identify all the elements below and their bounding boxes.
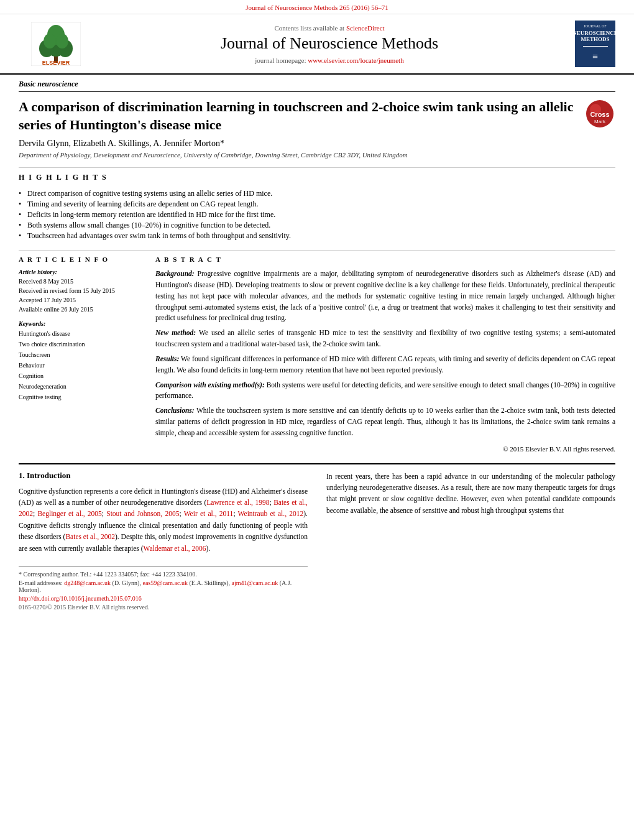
doi-line: http://dx.doi.org/10.1016/j.jneumeth.201… (19, 595, 308, 602)
journal-header: ELSEVIER Contents lists available at Sci… (0, 14, 634, 75)
abstract-heading: A B S T R A C T (155, 256, 615, 265)
intro-right-body: In recent years, there has been a rapid … (326, 471, 615, 517)
journal-citation-bar: Journal of Neuroscience Methods 265 (201… (0, 0, 634, 14)
doi-link[interactable]: http://dx.doi.org/10.1016/j.jneumeth.201… (19, 595, 142, 602)
svg-point-7 (56, 34, 68, 48)
highlight-item: Timing and severity of learning deficits… (19, 199, 615, 210)
journal-center-info: Contents lists available at ScienceDirec… (93, 24, 566, 64)
divider-1 (19, 167, 615, 168)
new-method-label: New method: (155, 329, 196, 336)
ref-waldemar[interactable]: Waldemar et al., 2006 (144, 545, 206, 552)
crossmark-logo[interactable]: Cross Mark (584, 98, 615, 132)
intro-left-body: Cognitive dysfunction represents a core … (19, 486, 308, 554)
svg-point-6 (44, 34, 56, 48)
comparison-label: Comparison with existing method(s): (155, 381, 265, 389)
intro-right-para1: In recent years, there has been a rapid … (326, 471, 615, 517)
keywords-label: Keywords: (19, 320, 143, 327)
email-note: E-mail addresses: dg248@cam.ac.uk (D. Gl… (19, 579, 308, 593)
article-info-abstract-cols: A R T I C L E I N F O Article history: R… (19, 256, 615, 454)
keyword: Touchscreen (19, 349, 143, 360)
svg-text:Mark: Mark (594, 119, 606, 124)
keywords-list: Huntington's disease Two choice discrimi… (19, 328, 143, 402)
highlights-title: H I G H L I G H T S (19, 173, 615, 185)
ref-weintraub[interactable]: Weintraub et al., 2012 (238, 510, 304, 517)
background-text: Progressive cognitive impairments are a … (155, 270, 615, 321)
article-title: A comparison of discrimination learning … (19, 98, 575, 134)
homepage-link[interactable]: www.elsevier.com/locate/jneumeth (308, 57, 403, 64)
abstract-text: Background: Progressive cognitive impair… (155, 269, 615, 454)
contents-line: Contents lists available at ScienceDirec… (93, 24, 566, 32)
footer-note: * Corresponding author. Tel.: +44 1223 3… (19, 566, 308, 611)
ref-beglinger[interactable]: Beglinger et al., 2005 (37, 510, 101, 517)
intro-para1: Cognitive dysfunction represents a core … (19, 486, 308, 554)
email2-link[interactable]: eas59@cam.ac.uk (142, 579, 188, 586)
ref-weir[interactable]: Weir et al., 2011 (184, 510, 234, 517)
svg-text:Cross: Cross (590, 111, 609, 118)
authors-text: Dervila Glynn, Elizabeth A. Skillings, A… (19, 139, 224, 148)
contents-text: Contents lists available at (274, 24, 344, 32)
ref-lawrence[interactable]: Lawrence et al., 1998 (206, 499, 269, 506)
email1-link[interactable]: dg248@cam.ac.uk (64, 579, 111, 586)
ref-stout[interactable]: Stout and Johnson, 2005 (106, 510, 179, 517)
email3-link[interactable]: ajm41@cam.ac.uk (232, 579, 278, 586)
svg-text:ELSEVIER: ELSEVIER (42, 60, 70, 66)
intro-title: 1. Introduction (19, 471, 308, 481)
authors: Dervila Glynn, Elizabeth A. Skillings, A… (19, 139, 615, 149)
highlight-item: Direct comparison of cognitive testing s… (19, 188, 615, 199)
article-title-section: A comparison of discrimination learning … (19, 98, 615, 134)
copyright-line: © 2015 Elsevier B.V. All rights reserved… (155, 444, 615, 455)
divider-2 (19, 250, 615, 251)
ref-bates-2002b[interactable]: Bates et al., 2002 (65, 533, 115, 540)
keyword: Cognitive testing (19, 392, 143, 402)
keyword: Neurodegeneration (19, 381, 143, 392)
license-line: 0165-0270/© 2015 Elsevier B.V. All right… (19, 604, 308, 611)
elsevier-logo: ELSEVIER (19, 22, 93, 66)
abstract-comparison: Comparison with existing method(s): Both… (155, 380, 615, 402)
online-text: Available online 26 July 2015 (19, 305, 143, 314)
logo-mid-text: NEUROSCIENCEMETHODS (572, 30, 618, 43)
sciencedirect-link[interactable]: ScienceDirect (346, 24, 385, 32)
highlight-item: Both systems allow small changes (10–20%… (19, 220, 615, 231)
affiliation: Department of Physiology, Development an… (19, 151, 615, 159)
keyword: Cognition (19, 371, 143, 381)
highlight-item: Deficits in long-term memory retention a… (19, 210, 615, 220)
main-content: Basic neuroscience A comparison of discr… (0, 75, 634, 612)
homepage-label: journal homepage: (255, 57, 306, 64)
email2-who: (E.A. Skillings), (189, 579, 230, 586)
received-text: Received 8 May 2015 (19, 277, 143, 286)
homepage-line: journal homepage: www.elsevier.com/locat… (93, 57, 566, 64)
journal-title: Journal of Neuroscience Methods (93, 34, 566, 53)
intro-right-col: In recent years, there has been a rapid … (326, 471, 615, 612)
thick-divider (19, 463, 615, 464)
highlight-item: Touchscreen had advantages over swim tan… (19, 231, 615, 241)
intro-label: Introduction (27, 471, 71, 480)
keywords-block: Keywords: Huntington's disease Two choic… (19, 320, 143, 402)
keyword: Behaviour (19, 360, 143, 371)
corresponding-note: * Corresponding author. Tel.: +44 1223 3… (19, 571, 308, 578)
article-info-heading: A R T I C L E I N F O (19, 256, 143, 265)
category-label: Basic neuroscience (19, 75, 615, 92)
new-method-text: We used an allelic series of transgenic … (155, 329, 615, 348)
logo-icon: ≡ (592, 50, 598, 63)
logo-top-text: JOURNAL OF (584, 24, 606, 29)
email-label: E-mail addresses: (19, 579, 63, 586)
page: Journal of Neuroscience Methods 265 (201… (0, 0, 634, 612)
abstract-conclusions: Conclusions: While the touchscreen syste… (155, 405, 615, 438)
abstract-col: A B S T R A C T Background: Progressive … (155, 256, 615, 454)
conclusions-text: While the touchscreen system is more sen… (155, 407, 615, 436)
history-block: Article history: Received 8 May 2015 Rec… (19, 269, 143, 314)
accepted-text: Accepted 17 July 2015 (19, 295, 143, 305)
abstract-background: Background: Progressive cognitive impair… (155, 269, 615, 324)
journal-citation-text: Journal of Neuroscience Methods 265 (201… (246, 4, 388, 11)
history-label: Article history: (19, 269, 143, 275)
introduction-section: 1. Introduction Cognitive dysfunction re… (19, 471, 615, 612)
logo-divider (583, 46, 608, 47)
keyword: Huntington's disease (19, 328, 143, 339)
keyword: Two choice discrimination (19, 339, 143, 349)
article-info-col: A R T I C L E I N F O Article history: R… (19, 256, 143, 454)
conclusions-label: Conclusions: (155, 407, 195, 414)
intro-num: 1. (19, 471, 25, 480)
email1-who: (D. Glynn), (113, 579, 141, 586)
intro-left-col: 1. Introduction Cognitive dysfunction re… (19, 471, 308, 612)
results-text: We found significant differences in perf… (155, 355, 615, 374)
